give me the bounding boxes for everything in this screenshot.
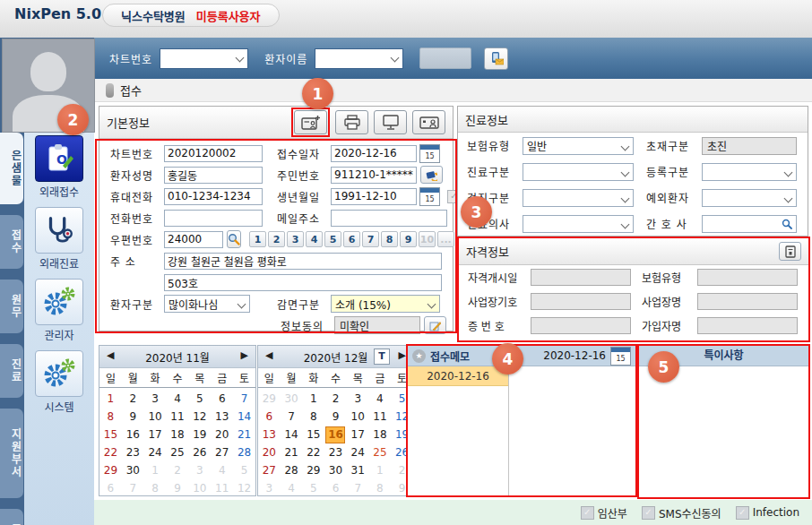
tab-reception[interactable]: 접수 bbox=[0, 215, 23, 269]
calendar-day[interactable]: 10 bbox=[347, 409, 369, 425]
calendar-day[interactable]: 10 bbox=[144, 409, 167, 425]
calendar-day[interactable]: 6 bbox=[211, 392, 233, 407]
quick-number-button[interactable]: 6 bbox=[343, 231, 360, 247]
next-month-icon[interactable]: ▶ bbox=[241, 349, 248, 361]
calendar-day[interactable]: 12 bbox=[188, 409, 211, 425]
calendar-day[interactable]: 28 bbox=[233, 445, 255, 460]
calendar-day[interactable]: 31 bbox=[347, 463, 369, 478]
calendar-day[interactable]: 12 bbox=[233, 481, 255, 496]
calendar-day[interactable]: 6 bbox=[324, 481, 347, 496]
calendar-day[interactable]: 23 bbox=[122, 445, 144, 460]
register-type-select[interactable] bbox=[702, 163, 797, 181]
calendar-day[interactable]: 24 bbox=[144, 445, 167, 460]
calendar-day[interactable]: 2 bbox=[122, 392, 144, 407]
mobile-field[interactable] bbox=[164, 188, 263, 205]
calendar-day[interactable]: 4 bbox=[211, 463, 233, 478]
calendar-day[interactable]: 1 bbox=[302, 392, 324, 407]
address-line2-field[interactable] bbox=[164, 274, 442, 291]
new-patient-button[interactable] bbox=[294, 110, 327, 134]
calendar-day[interactable]: 18 bbox=[369, 427, 392, 443]
calendar-day[interactable]: 7 bbox=[281, 409, 303, 425]
calendar-day[interactable]: 15 bbox=[99, 427, 122, 443]
calendar-day[interactable]: 1 bbox=[99, 392, 122, 407]
eligibility-check-button[interactable] bbox=[779, 242, 801, 261]
calendar-day[interactable]: 29 bbox=[99, 463, 122, 478]
rrn-field[interactable] bbox=[331, 167, 417, 184]
calendar-day[interactable]: 22 bbox=[99, 445, 122, 460]
calendar-picker-icon[interactable]: 15 bbox=[610, 347, 631, 366]
calendar-day[interactable]: 25 bbox=[369, 445, 392, 460]
disabled-search-button[interactable] bbox=[419, 47, 471, 69]
insurance-type-select[interactable]: 일반 bbox=[523, 137, 634, 155]
calendar-day[interactable]: 11 bbox=[369, 409, 392, 425]
consent-edit-button[interactable] bbox=[424, 316, 446, 334]
rrn-verify-button[interactable] bbox=[420, 166, 443, 184]
calendar-day[interactable]: 4 bbox=[369, 392, 392, 407]
calendar-day[interactable]: 3 bbox=[144, 392, 167, 407]
birth-date-field[interactable] bbox=[331, 188, 417, 205]
discount-select[interactable]: 소개 (15%) bbox=[331, 295, 440, 313]
calendar-day[interactable]: 24 bbox=[347, 445, 369, 460]
tab-eunsaemmul[interactable]: 은샘물 bbox=[0, 133, 23, 204]
exception-patient-select[interactable] bbox=[702, 189, 797, 207]
calendar-day[interactable]: 11 bbox=[211, 481, 233, 496]
tab-treatment[interactable]: 진료 bbox=[0, 344, 23, 398]
calendar-day[interactable]: 14 bbox=[233, 409, 255, 425]
calendar-day[interactable]: 9 bbox=[324, 409, 347, 425]
nurse-search-field[interactable] bbox=[702, 215, 797, 233]
calendar-day[interactable]: 27 bbox=[211, 445, 233, 460]
id-card-button[interactable] bbox=[412, 110, 445, 134]
calendar-day[interactable]: 30 bbox=[324, 463, 347, 478]
calendar-day[interactable]: 29 bbox=[258, 392, 281, 407]
calendar-day[interactable]: 4 bbox=[167, 392, 189, 407]
calendar-day[interactable]: 26 bbox=[188, 445, 211, 460]
footer-checkbox[interactable]: ✓SMS수신동의 bbox=[642, 505, 721, 521]
calendar-picker-icon[interactable]: 15 bbox=[419, 187, 440, 206]
calendar-day[interactable]: 3 bbox=[347, 392, 369, 407]
address-line1-field[interactable] bbox=[164, 253, 442, 270]
calendar-day[interactable]: 15 bbox=[302, 427, 324, 443]
sidebar-item-admin[interactable]: 관리자 bbox=[24, 279, 94, 342]
calendar-day[interactable]: 25 bbox=[167, 445, 189, 460]
email-field[interactable] bbox=[331, 210, 447, 227]
quick-number-button[interactable]: 8 bbox=[381, 231, 398, 247]
calendar-day[interactable]: 21 bbox=[281, 445, 303, 460]
tab-support-dept[interactable]: 지원부서 bbox=[0, 409, 23, 498]
calendar-day[interactable]: 9 bbox=[167, 481, 189, 496]
calendar-day[interactable]: 18 bbox=[167, 427, 189, 443]
calendar-day[interactable]: 6 bbox=[99, 481, 122, 496]
calendar-day[interactable]: 17 bbox=[144, 427, 167, 443]
calendar-day[interactable]: 5 bbox=[233, 463, 255, 478]
monitor-button[interactable] bbox=[374, 110, 407, 134]
calendar-day[interactable]: 4 bbox=[281, 481, 303, 496]
calendar-day[interactable]: 29 bbox=[302, 463, 324, 478]
phone-field[interactable] bbox=[164, 210, 263, 227]
prev-month-icon[interactable]: ◀ bbox=[265, 349, 272, 361]
calendar-day[interactable]: 11 bbox=[167, 409, 189, 425]
calendar-day[interactable]: 16 bbox=[122, 427, 144, 443]
calendar-day[interactable]: 30 bbox=[281, 392, 303, 407]
quick-number-button[interactable]: 9 bbox=[400, 231, 417, 247]
calendar-day[interactable]: 14 bbox=[281, 427, 303, 443]
prev-month-icon[interactable]: ◀ bbox=[107, 349, 114, 361]
calendar-day[interactable]: 13 bbox=[211, 409, 233, 425]
calendar-day[interactable]: 3 bbox=[188, 463, 211, 478]
tab-administration[interactable]: 원무 bbox=[0, 280, 23, 333]
quick-number-button[interactable]: 3 bbox=[287, 231, 304, 247]
calendar-day[interactable]: 8 bbox=[302, 409, 324, 425]
sidebar-item-system[interactable]: 시스템 bbox=[24, 350, 94, 414]
care-type-select[interactable] bbox=[523, 163, 634, 181]
calendar-day[interactable]: 19 bbox=[188, 427, 211, 443]
calendar-day[interactable]: 17 bbox=[347, 427, 369, 443]
calendar-picker-icon[interactable]: 15 bbox=[419, 144, 440, 163]
calendar-day[interactable]: 5 bbox=[302, 481, 324, 496]
sms-button[interactable] bbox=[484, 47, 508, 70]
zip-field[interactable] bbox=[164, 231, 223, 248]
quick-number-button[interactable]: 2 bbox=[268, 231, 285, 247]
footer-checkbox[interactable]: ✓Infection bbox=[736, 506, 799, 520]
quick-number-button[interactable]: 1 bbox=[249, 231, 266, 247]
print-button[interactable] bbox=[335, 110, 368, 134]
star-icon[interactable]: ★ bbox=[412, 349, 426, 363]
memo-list-item[interactable]: 2020-12-16 bbox=[408, 366, 508, 386]
calendar-day[interactable]: 16 bbox=[325, 426, 345, 443]
